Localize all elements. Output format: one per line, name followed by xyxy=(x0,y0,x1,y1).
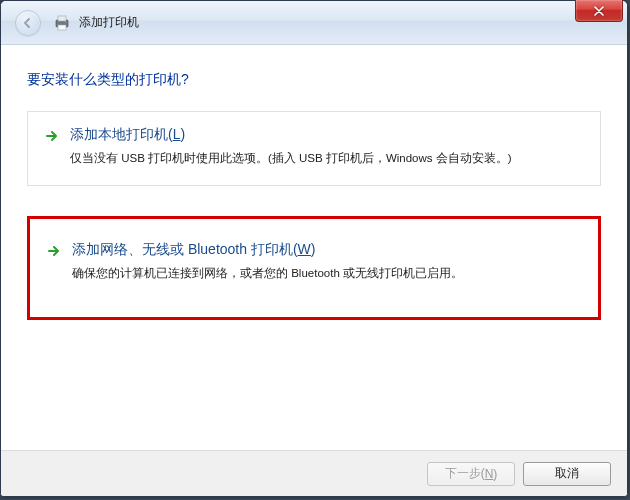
add-printer-wizard-window: 添加打印机 要安装什么类型的打印机? 添加本地打印机(L) 仅当没有 US xyxy=(0,0,628,497)
back-button[interactable] xyxy=(15,10,41,36)
option-title: 添加本地打印机(L) xyxy=(70,126,584,144)
window-title: 添加打印机 xyxy=(79,14,139,31)
printer-icon xyxy=(53,14,71,32)
page-heading: 要安装什么类型的打印机? xyxy=(27,71,601,89)
close-icon xyxy=(593,6,605,16)
option-description: 确保您的计算机已连接到网络，或者您的 Bluetooth 或无线打印机已启用。 xyxy=(72,265,582,282)
cancel-button[interactable]: 取消 xyxy=(523,462,611,486)
back-arrow-icon xyxy=(22,17,34,29)
titlebar: 添加打印机 xyxy=(1,1,627,45)
next-button: 下一步(N) xyxy=(427,462,515,486)
content-area: 要安装什么类型的打印机? 添加本地打印机(L) 仅当没有 USB 打印机时使用此… xyxy=(1,45,627,450)
arrow-right-icon xyxy=(44,128,60,144)
arrow-right-icon xyxy=(46,243,62,259)
option-network-printer[interactable]: 添加网络、无线或 Bluetooth 打印机(W) 确保您的计算机已连接到网络，… xyxy=(27,216,601,319)
option-title: 添加网络、无线或 Bluetooth 打印机(W) xyxy=(72,241,582,259)
option-local-printer[interactable]: 添加本地打印机(L) 仅当没有 USB 打印机时使用此选项。(插入 USB 打印… xyxy=(27,111,601,186)
option-body: 添加本地打印机(L) 仅当没有 USB 打印机时使用此选项。(插入 USB 打印… xyxy=(70,126,584,167)
close-button[interactable] xyxy=(575,0,623,22)
option-description: 仅当没有 USB 打印机时使用此选项。(插入 USB 打印机后，Windows … xyxy=(70,150,584,167)
svg-point-3 xyxy=(65,21,67,23)
footer: 下一步(N) 取消 xyxy=(1,450,627,496)
option-body: 添加网络、无线或 Bluetooth 打印机(W) 确保您的计算机已连接到网络，… xyxy=(72,241,582,282)
svg-rect-1 xyxy=(58,16,66,21)
svg-rect-2 xyxy=(58,25,66,30)
